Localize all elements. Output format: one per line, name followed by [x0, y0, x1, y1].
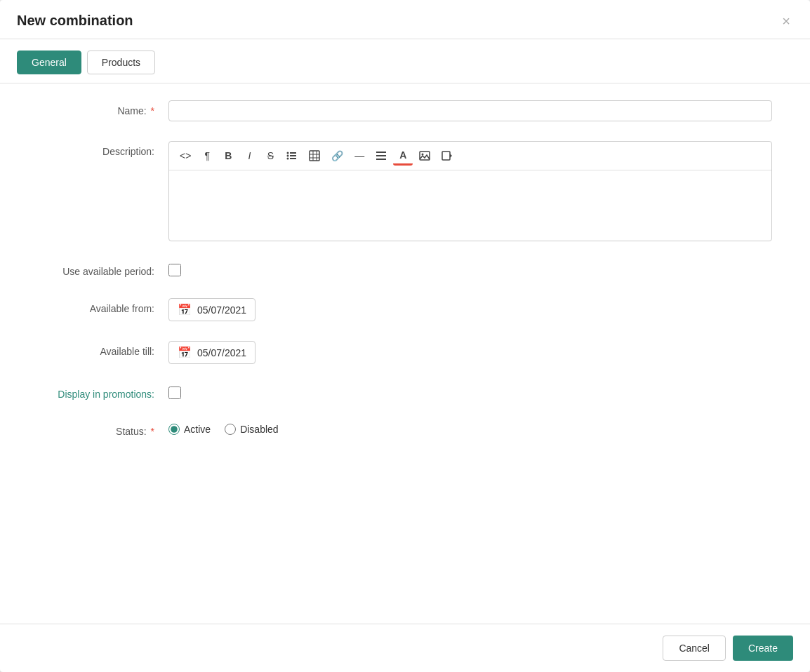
toolbar-font-color-btn[interactable]: A — [393, 146, 413, 166]
use-available-period-label: Use available period: — [28, 261, 168, 277]
close-button[interactable]: × — [779, 14, 793, 28]
svg-rect-16 — [442, 152, 450, 160]
description-input[interactable] — [169, 170, 771, 241]
calendar-icon: 📅 — [178, 303, 192, 316]
display-in-promotions-row: Display in promotions: — [28, 384, 782, 401]
description-row: Description: <> ¶ B I S — [28, 141, 782, 241]
svg-point-5 — [287, 158, 289, 160]
svg-point-4 — [287, 155, 289, 157]
tab-products[interactable]: Products — [87, 51, 155, 74]
status-control: Active Disabled — [168, 421, 782, 435]
toolbar-code-btn[interactable]: <> — [175, 146, 196, 166]
available-till-label: Available till: — [28, 341, 168, 357]
available-till-row: Available till: 📅 05/07/2021 — [28, 341, 782, 364]
modal-footer: Cancel Create — [0, 624, 810, 672]
available-from-value: 05/07/2021 — [197, 304, 246, 316]
editor-wrapper: <> ¶ B I S 🔗 — — [168, 141, 772, 241]
name-input[interactable] — [168, 100, 772, 121]
status-disabled-radio[interactable] — [225, 424, 236, 435]
svg-point-3 — [287, 152, 289, 154]
toolbar-video-btn[interactable] — [437, 146, 458, 166]
tab-general[interactable]: General — [17, 51, 81, 74]
modal-header: New combination × — [0, 0, 810, 39]
tabs-container: General Products — [0, 39, 810, 74]
toolbar-link-btn[interactable]: 🔗 — [326, 146, 348, 166]
toolbar-image-btn[interactable] — [414, 146, 435, 166]
toolbar-paragraph-btn[interactable]: ¶ — [197, 146, 217, 166]
svg-rect-2 — [290, 158, 296, 159]
editor-toolbar: <> ¶ B I S 🔗 — — [169, 142, 771, 170]
status-active-text: Active — [184, 424, 211, 435]
available-from-label: Available from: — [28, 298, 168, 314]
status-active-radio[interactable] — [168, 424, 180, 435]
svg-rect-1 — [290, 155, 296, 156]
available-from-row: Available from: 📅 05/07/2021 — [28, 298, 782, 321]
display-in-promotions-label: Display in promotions: — [28, 384, 168, 400]
toolbar-align-btn[interactable] — [371, 146, 392, 166]
available-till-datepicker[interactable]: 📅 05/07/2021 — [168, 341, 255, 364]
display-in-promotions-control — [168, 384, 782, 401]
use-available-period-control — [168, 261, 782, 278]
name-label: Name: * — [28, 100, 168, 116]
toolbar-bullet-list-btn[interactable] — [281, 146, 303, 166]
status-disabled-label[interactable]: Disabled — [225, 424, 278, 435]
toolbar-strikethrough-btn[interactable]: S — [260, 146, 280, 166]
cancel-button[interactable]: Cancel — [663, 636, 726, 661]
svg-rect-0 — [290, 152, 296, 154]
use-available-period-row: Use available period: — [28, 261, 782, 278]
available-till-value: 05/07/2021 — [197, 347, 246, 358]
name-row: Name: * — [28, 100, 782, 121]
status-active-label[interactable]: Active — [168, 424, 211, 435]
status-row: Status: * Active Disabled — [28, 421, 782, 437]
use-available-period-checkbox[interactable] — [168, 264, 181, 276]
name-required-star: * — [148, 105, 154, 116]
svg-rect-14 — [420, 152, 430, 160]
available-from-control: 📅 05/07/2021 — [168, 298, 782, 321]
status-radio-group: Active Disabled — [168, 421, 782, 435]
svg-rect-6 — [310, 151, 319, 161]
status-required-star: * — [148, 426, 154, 437]
modal-container: New combination × General Products Name:… — [0, 0, 810, 672]
description-editor-container: <> ¶ B I S 🔗 — — [168, 141, 782, 241]
display-in-promotions-checkbox[interactable] — [168, 387, 181, 399]
svg-rect-11 — [376, 152, 386, 153]
svg-rect-13 — [376, 159, 386, 160]
status-label: Status: * — [28, 421, 168, 437]
name-field-container — [168, 100, 782, 121]
calendar-icon-2: 📅 — [178, 346, 192, 359]
toolbar-hr-btn[interactable]: — — [350, 146, 369, 166]
status-disabled-text: Disabled — [240, 424, 278, 435]
create-button[interactable]: Create — [733, 636, 793, 661]
description-label: Description: — [28, 141, 168, 157]
available-till-control: 📅 05/07/2021 — [168, 341, 782, 364]
svg-rect-12 — [376, 155, 386, 156]
modal-title: New combination — [17, 13, 133, 29]
toolbar-table-btn[interactable] — [304, 146, 325, 166]
modal-body: Name: * Description: <> ¶ B I S — [0, 83, 810, 624]
toolbar-italic-btn[interactable]: I — [239, 146, 259, 166]
available-from-datepicker[interactable]: 📅 05/07/2021 — [168, 298, 255, 321]
toolbar-bold-btn[interactable]: B — [218, 146, 238, 166]
svg-marker-17 — [450, 154, 452, 158]
